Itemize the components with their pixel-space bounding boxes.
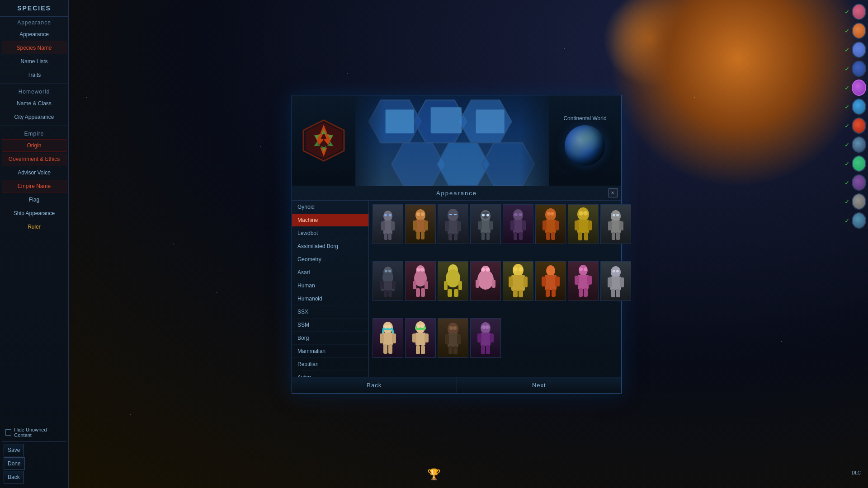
svg-point-72	[547, 212, 551, 216]
modal-title: Appearance	[436, 190, 477, 197]
svg-rect-94	[392, 281, 396, 289]
species-item-assimilated-borg[interactable]: Assimilated Borg	[292, 240, 368, 253]
modal-footer: Back Next	[292, 377, 621, 393]
species-item-geometry[interactable]: Geometry	[292, 253, 368, 266]
portrait-cell-7[interactable]	[568, 204, 599, 244]
svg-rect-78	[578, 232, 582, 240]
svg-point-64	[514, 213, 518, 216]
modal-close-button[interactable]: ×	[609, 188, 618, 197]
sidebar-item-name-class[interactable]: Name & Class	[2, 97, 66, 110]
portrait-cell-9[interactable]	[373, 261, 403, 301]
species-item-mammalian[interactable]: Mammalian	[292, 345, 368, 358]
right-icon-2[interactable]	[852, 23, 866, 39]
svg-rect-69	[555, 221, 559, 230]
right-icon-6[interactable]	[852, 99, 866, 115]
svg-rect-37	[416, 231, 420, 239]
svg-rect-144	[620, 277, 624, 287]
species-item-asari[interactable]: Asari	[292, 266, 368, 279]
sidebar-item-appearance[interactable]: Appearance	[2, 28, 66, 41]
svg-rect-86	[612, 232, 615, 240]
sidebar-item-origin[interactable]: Origin	[2, 139, 66, 152]
sidebar-item-government-ethics[interactable]: Government & Ethics	[2, 153, 66, 165]
save-button[interactable]: Save	[4, 444, 24, 456]
right-icon-row-8: ✓	[844, 136, 868, 153]
right-icon-1[interactable]	[852, 4, 866, 20]
next-button-modal[interactable]: Next	[457, 377, 622, 393]
right-icon-9[interactable]	[852, 155, 866, 172]
right-icon-8[interactable]	[852, 136, 866, 153]
species-item-ssm[interactable]: SSM	[292, 319, 368, 332]
svg-point-139	[579, 267, 583, 271]
right-icon-row-1: ✓	[844, 4, 868, 20]
portrait-cell-13[interactable]	[503, 261, 533, 301]
right-icon-10[interactable]	[852, 174, 866, 191]
right-icon-5[interactable]	[852, 80, 866, 96]
portrait-cell-3[interactable]	[438, 204, 468, 244]
svg-rect-42	[448, 221, 458, 234]
right-icon-3[interactable]	[852, 42, 866, 58]
svg-rect-34	[415, 220, 425, 232]
svg-point-81	[583, 211, 588, 216]
svg-rect-146	[616, 289, 620, 297]
sidebar: Species Appearance Appearance Species Na…	[0, 0, 69, 488]
portrait-cell-11[interactable]	[438, 261, 468, 301]
right-icon-12[interactable]	[852, 212, 866, 229]
svg-rect-51	[481, 221, 491, 233]
sidebar-item-flag[interactable]: Flag	[2, 193, 66, 206]
portrait-cell-4[interactable]	[470, 204, 501, 244]
svg-rect-47	[449, 214, 452, 215]
modal-body: Gynoid Machine Lewdbot Assimilated Borg …	[292, 201, 621, 377]
portrait-cell-17[interactable]	[373, 318, 403, 358]
portrait-cell-2[interactable]	[405, 204, 436, 244]
sidebar-item-advisor-voice[interactable]: Advisor Voice	[2, 166, 66, 179]
right-icon-7[interactable]	[852, 117, 866, 134]
species-item-avian[interactable]: Avian	[292, 371, 368, 377]
species-item-ssx[interactable]: SSX	[292, 305, 368, 319]
portrait-cell-16[interactable]	[600, 261, 631, 301]
portrait-cell-8[interactable]	[600, 204, 631, 244]
back-button-modal[interactable]: Back	[292, 377, 457, 393]
sidebar-section-homeworld: Homeworld	[0, 86, 68, 97]
portrait-cell-14[interactable]	[535, 261, 566, 301]
species-item-borg[interactable]: Borg	[292, 332, 368, 345]
species-item-human[interactable]: Human	[292, 279, 368, 292]
sidebar-item-city-appearance[interactable]: City Appearance	[2, 111, 66, 123]
portrait-cell-18[interactable]	[405, 318, 436, 358]
svg-rect-53	[489, 221, 493, 230]
back-button-sidebar[interactable]: Back	[4, 471, 24, 483]
done-button[interactable]: Done	[4, 457, 25, 470]
svg-rect-173	[448, 346, 453, 354]
portrait-cell-5[interactable]	[503, 204, 533, 244]
species-item-machine[interactable]: Machine	[292, 214, 368, 227]
sidebar-item-ruler[interactable]: Ruler	[2, 221, 66, 233]
svg-rect-35	[413, 221, 417, 230]
check-icon-12: ✓	[844, 217, 850, 224]
species-item-lewdbot[interactable]: Lewdbot	[292, 227, 368, 240]
sidebar-item-empire-name[interactable]: Empire Name	[2, 180, 66, 192]
svg-point-88	[613, 214, 615, 216]
species-item-humanoid[interactable]: Humanoid	[292, 292, 368, 305]
species-item-gynoid[interactable]: Gynoid	[292, 201, 368, 214]
species-item-reptilian[interactable]: Reptilian	[292, 358, 368, 371]
sidebar-item-ship-appearance[interactable]: Ship Appearance	[2, 207, 66, 220]
hide-unowned-checkbox[interactable]	[5, 429, 11, 436]
svg-rect-54	[481, 232, 485, 240]
portrait-cell-19[interactable]	[438, 318, 468, 358]
svg-point-159	[388, 325, 392, 328]
sidebar-item-name-lists[interactable]: Name Lists	[2, 55, 66, 68]
sidebar-item-traits[interactable]: Traits	[2, 69, 66, 81]
portrait-cell-15[interactable]	[568, 261, 599, 301]
sidebar-item-species-name[interactable]: Species Name	[2, 42, 66, 54]
right-icon-row-4: ✓	[844, 61, 868, 77]
right-icon-11[interactable]	[852, 193, 866, 210]
hide-unowned-toggle[interactable]: Hide Unowned Content	[2, 425, 66, 440]
portrait-cell-12[interactable]	[470, 261, 501, 301]
portrait-cell-1[interactable]	[373, 204, 403, 244]
right-icon-4[interactable]	[852, 61, 866, 77]
svg-rect-174	[453, 346, 458, 354]
svg-rect-171	[445, 334, 449, 344]
portrait-cell-6[interactable]	[535, 204, 566, 244]
portrait-cell-20[interactable]	[470, 318, 501, 358]
svg-rect-172	[457, 334, 461, 344]
portrait-cell-10[interactable]	[405, 261, 436, 301]
